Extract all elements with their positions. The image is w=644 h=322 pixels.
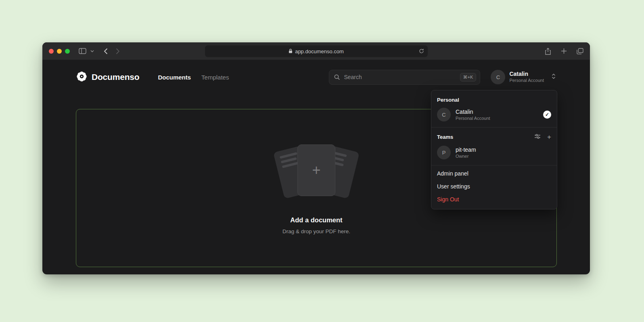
back-button[interactable] [104,48,108,54]
illustration-card-center: + [297,144,335,196]
manage-teams-icon[interactable] [534,133,541,141]
plus-icon: + [312,163,320,178]
account-dropdown-menu: Personal C Catalin Personal Account ✓ Te… [431,90,557,209]
desktop-background: { "colors": { "accent": "#a3e635", "dang… [0,0,644,322]
forward-button[interactable] [116,48,120,54]
tab-overview-icon[interactable] [577,48,583,54]
teams-label-text: Teams [437,134,453,140]
menu-item-admin-panel[interactable]: Admin panel [431,167,557,180]
team-avatar: P [437,146,451,159]
search-input[interactable] [344,74,456,80]
zoom-window-button[interactable] [65,49,70,54]
sidebar-toggle-icon[interactable] [79,48,86,54]
team-role: Owner [456,153,476,159]
teams-section-label: Teams + [434,132,554,143]
share-icon[interactable] [545,48,551,55]
browser-window: app.documenso.com [42,42,590,274]
brand-name: Documenso [92,72,139,82]
selected-check-icon: ✓ [543,111,551,119]
dropzone-subtitle: Drag & drop your PDF here. [282,228,350,234]
lock-icon [289,49,293,54]
nav-templates[interactable]: Templates [201,74,229,81]
personal-avatar: C [437,108,451,121]
url-text: app.documenso.com [295,48,344,54]
documenso-logo-icon [76,71,87,84]
address-bar[interactable]: app.documenso.com [205,45,428,57]
add-team-button[interactable]: + [547,134,551,140]
toolbar-right-group [545,48,583,55]
personal-subtitle: Personal Account [456,115,490,121]
search-shortcut-badge: ⌘+K [460,73,477,82]
personal-account-item[interactable]: C Catalin Personal Account ✓ [434,105,554,124]
reload-icon[interactable] [419,48,424,54]
team-name: pit-team [456,146,476,153]
brand[interactable]: Documenso [76,71,139,84]
documents-illustration: + [268,142,365,203]
account-menu-button[interactable]: C Catalin Personal Account [491,70,556,84]
team-item[interactable]: P pit-team Owner [434,143,554,162]
account-avatar: C [491,70,505,84]
menu-item-sign-out[interactable]: Sign Out [431,193,557,206]
minimize-window-button[interactable] [57,49,62,54]
dropzone-title: Add a document [290,216,342,224]
browser-toolbar: app.documenso.com [42,42,590,60]
personal-name: Catalin [456,108,490,115]
nav-documents[interactable]: Documents [158,74,191,81]
teams-section: Teams + P pit-team [431,129,557,163]
app-header: Documenso Documents Templates ⌘+K C Cata… [42,60,590,94]
traffic-lights [49,49,70,54]
close-window-button[interactable] [49,49,54,54]
search-box[interactable]: ⌘+K [329,70,480,85]
new-tab-icon[interactable] [561,48,567,54]
menu-divider [431,165,557,165]
main-nav: Documents Templates [158,74,229,81]
account-subtitle: Personal Account [509,78,544,84]
chevron-up-down-icon [551,73,556,81]
menu-item-user-settings[interactable]: User settings [431,180,557,193]
personal-section: Personal C Catalin Personal Account ✓ [431,93,557,125]
account-name: Catalin [509,71,544,78]
menu-divider [431,127,557,128]
personal-section-label: Personal [434,95,554,105]
chevron-down-icon[interactable] [90,50,94,52]
search-icon [334,74,340,80]
